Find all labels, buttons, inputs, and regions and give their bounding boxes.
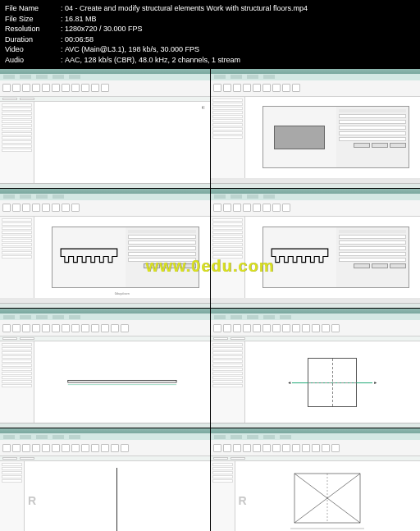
ribbon-button[interactable]: [331, 324, 340, 332]
ribbon-button[interactable]: [312, 444, 320, 452]
ribbon-button[interactable]: [272, 444, 281, 452]
ribbon-button[interactable]: [71, 444, 80, 452]
ribbon-button[interactable]: [282, 84, 290, 92]
ribbon-button[interactable]: [282, 324, 290, 332]
option-control[interactable]: [2, 337, 17, 340]
dialog-field[interactable]: [128, 258, 196, 262]
ribbon-button[interactable]: [12, 324, 21, 332]
option-control[interactable]: [20, 337, 34, 340]
ribbon-button[interactable]: [32, 84, 40, 92]
option-control[interactable]: [2, 457, 17, 460]
option-control[interactable]: [20, 98, 34, 100]
properties-panel[interactable]: [211, 97, 245, 178]
properties-panel[interactable]: [0, 102, 34, 183]
dialog-field[interactable]: [339, 126, 407, 130]
dialog-field[interactable]: [128, 235, 196, 239]
ribbon-button[interactable]: [42, 444, 50, 452]
option-control[interactable]: [213, 337, 228, 340]
dialog-field[interactable]: [339, 131, 407, 135]
properties-panel[interactable]: [211, 461, 235, 531]
ribbon-button[interactable]: [42, 84, 50, 92]
section-line[interactable]: [292, 382, 372, 383]
ribbon-button[interactable]: [91, 324, 99, 332]
ribbon-button[interactable]: [213, 324, 221, 332]
ribbon-button[interactable]: [243, 84, 251, 92]
option-control[interactable]: [231, 337, 245, 340]
section-head-left-icon[interactable]: ◄: [287, 380, 291, 385]
drawing-canvas[interactable]: ◧: [34, 102, 210, 183]
ribbon-button[interactable]: [312, 324, 320, 332]
properties-panel[interactable]: [211, 217, 245, 298]
option-control[interactable]: [231, 457, 245, 460]
ribbon-button[interactable]: [213, 84, 221, 92]
type-properties-dialog[interactable]: [262, 227, 409, 288]
nav-cube-icon[interactable]: ◧: [202, 105, 205, 109]
ribbon-button[interactable]: [262, 84, 271, 92]
ribbon-button[interactable]: [292, 324, 300, 332]
ribbon-button[interactable]: [302, 324, 310, 332]
ribbon-button[interactable]: [111, 324, 119, 332]
ribbon-button[interactable]: [223, 444, 231, 452]
ribbon-button[interactable]: [282, 444, 290, 452]
dialog-ok-button[interactable]: [354, 143, 370, 148]
ribbon-tab[interactable]: [69, 75, 80, 79]
ribbon-button[interactable]: [233, 84, 241, 92]
ribbon-tab[interactable]: [3, 75, 15, 79]
ribbon-button[interactable]: [101, 444, 109, 452]
ribbon-button[interactable]: [2, 84, 11, 92]
dialog-field[interactable]: [339, 258, 407, 262]
dialog-field[interactable]: [128, 246, 196, 250]
ribbon-button[interactable]: [62, 324, 70, 332]
dialog-cancel-button[interactable]: [372, 263, 388, 268]
ribbon-button[interactable]: [272, 324, 281, 332]
ribbon-button[interactable]: [32, 324, 40, 332]
ribbon-button[interactable]: [81, 84, 89, 92]
properties-panel[interactable]: [0, 461, 25, 531]
ribbon-button[interactable]: [233, 444, 241, 452]
drawing-canvas[interactable]: [34, 341, 210, 423]
ribbon-button[interactable]: [52, 204, 60, 212]
dialog-field[interactable]: [339, 235, 407, 239]
ribbon-button[interactable]: [32, 444, 40, 452]
properties-panel[interactable]: [211, 341, 245, 423]
ribbon-button[interactable]: [81, 324, 89, 332]
ribbon-button[interactable]: [91, 444, 99, 452]
ribbon-button[interactable]: [2, 204, 11, 212]
ribbon-button[interactable]: [272, 204, 281, 212]
ribbon-button[interactable]: [22, 324, 30, 332]
ribbon-button[interactable]: [223, 204, 231, 212]
ribbon-button[interactable]: [22, 204, 30, 212]
ribbon-button[interactable]: [292, 84, 300, 92]
ribbon-button[interactable]: [32, 204, 40, 212]
ribbon-button[interactable]: [253, 84, 261, 92]
ribbon-button[interactable]: [12, 444, 21, 452]
ribbon-button[interactable]: [121, 324, 129, 332]
ribbon-button[interactable]: [62, 204, 70, 212]
ribbon-button[interactable]: [12, 204, 21, 212]
option-control[interactable]: [2, 98, 17, 100]
ribbon-button[interactable]: [322, 444, 330, 452]
ribbon-button[interactable]: [272, 84, 281, 92]
dialog-field[interactable]: [128, 252, 196, 256]
ribbon-button[interactable]: [71, 204, 80, 212]
type-properties-dialog[interactable]: [262, 106, 409, 167]
ribbon-button[interactable]: [243, 444, 251, 452]
ribbon-button[interactable]: [262, 444, 271, 452]
ribbon-button[interactable]: [331, 444, 340, 452]
dialog-apply-button[interactable]: [180, 263, 196, 268]
ribbon-button[interactable]: [223, 84, 231, 92]
ribbon-button[interactable]: [121, 444, 129, 452]
ribbon-tab[interactable]: [52, 75, 64, 79]
ribbon-button[interactable]: [12, 84, 21, 92]
ribbon-button[interactable]: [223, 324, 231, 332]
dialog-field[interactable]: [339, 114, 407, 118]
ribbon-button[interactable]: [302, 444, 310, 452]
option-control[interactable]: [213, 457, 228, 460]
ribbon-button[interactable]: [233, 324, 241, 332]
ribbon-button[interactable]: [292, 444, 300, 452]
ribbon-button[interactable]: [253, 204, 261, 212]
ribbon-button[interactable]: [52, 84, 60, 92]
ribbon-button[interactable]: [253, 444, 261, 452]
ribbon-button[interactable]: [2, 444, 11, 452]
ribbon-button[interactable]: [262, 204, 271, 212]
